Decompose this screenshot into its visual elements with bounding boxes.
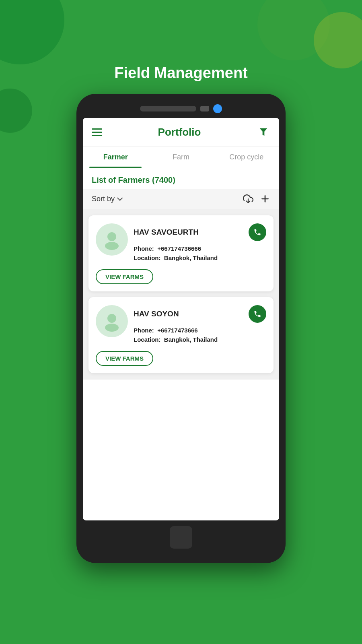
sort-by-button[interactable]: Sort by (92, 195, 121, 203)
farmer-name: HAV SAVOEURTH (134, 228, 199, 237)
add-icon[interactable] (260, 194, 270, 204)
phone-button-small (200, 106, 209, 111)
hamburger-line-3 (92, 135, 102, 136)
hamburger-menu-icon[interactable] (92, 128, 102, 136)
phone-top-bar (83, 101, 279, 118)
filter-icon[interactable] (257, 125, 270, 139)
farmer-card: HAV SAVOEURTH Phone: +667174736666 (88, 215, 274, 291)
phone-bottom (83, 520, 279, 551)
app-header: Portfolio (83, 118, 279, 147)
call-button[interactable] (249, 223, 266, 241)
call-button[interactable] (249, 305, 266, 323)
farmer-location: Location: Bangkok, Thailand (134, 336, 266, 343)
phone-speaker (140, 106, 196, 111)
view-farms-button[interactable]: VIEW FARMS (96, 351, 153, 366)
sort-by-label: Sort by (92, 195, 115, 203)
tab-crop-cycle[interactable]: Crop cycle (214, 147, 279, 168)
farmer-phone-value: +667174736666 (157, 245, 201, 252)
chevron-down-icon (117, 195, 123, 201)
farmer-name-row: HAV SAVOEURTH (134, 223, 266, 241)
farmer-phone-value: +66717473666 (157, 327, 198, 334)
farmer-location-value: Bangkok, Thailand (164, 254, 218, 261)
hamburger-line-2 (92, 132, 102, 133)
sort-bar: Sort by (83, 189, 279, 209)
farmer-info: HAV SOYON Phone: +66717473666 (134, 305, 266, 345)
avatar (96, 305, 128, 337)
farmer-card: HAV SOYON Phone: +66717473666 (88, 297, 274, 373)
farmers-list: HAV SAVOEURTH Phone: +667174736666 (83, 209, 279, 380)
farmer-phone: Phone: +667174736666 (134, 245, 266, 252)
sort-actions (243, 194, 270, 204)
page-title: Field Management (114, 64, 248, 82)
list-title: List of Farmers (7400) (92, 175, 175, 184)
tab-farm[interactable]: Farm (148, 147, 214, 168)
view-farms-button[interactable]: VIEW FARMS (96, 269, 153, 284)
app-title: Portfolio (158, 126, 201, 138)
tab-bar: Farmer Farm Crop cycle (83, 147, 279, 168)
download-icon[interactable] (243, 194, 253, 204)
hamburger-line-1 (92, 128, 102, 130)
svg-point-5 (105, 324, 119, 332)
avatar (96, 223, 128, 256)
farmer-card-top: HAV SAVOEURTH Phone: +667174736666 (96, 223, 266, 264)
phone-frame: Portfolio Farmer Farm Crop cycle List of… (76, 94, 286, 563)
svg-point-2 (107, 232, 116, 241)
farmer-location: Location: Bangkok, Thailand (134, 254, 266, 261)
farmer-name: HAV SOYON (134, 310, 179, 318)
svg-point-4 (107, 314, 116, 323)
farmer-name-row: HAV SOYON (134, 305, 266, 323)
phone-screen: Portfolio Farmer Farm Crop cycle List of… (83, 118, 279, 520)
phone-camera (213, 104, 222, 113)
farmer-info: HAV SAVOEURTH Phone: +667174736666 (134, 223, 266, 264)
bg-decoration-4 (0, 89, 32, 133)
list-header: List of Farmers (7400) (83, 168, 279, 189)
farmer-phone: Phone: +66717473666 (134, 327, 266, 334)
bg-decoration-1 (0, 0, 64, 64)
farmer-location-value: Bangkok, Thailand (164, 336, 218, 343)
svg-point-3 (105, 242, 119, 250)
tab-farmer[interactable]: Farmer (83, 147, 148, 168)
farmer-card-top: HAV SOYON Phone: +66717473666 (96, 305, 266, 345)
phone-home-button[interactable] (170, 526, 192, 549)
